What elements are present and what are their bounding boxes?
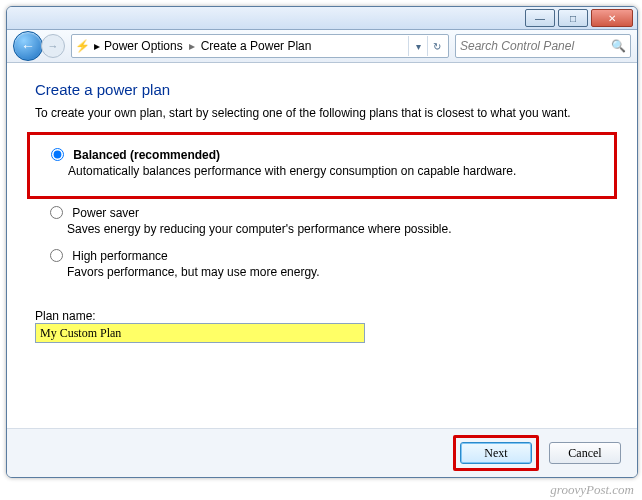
address-bar[interactable]: ⚡ ▸ Power Options ▸ Create a Power Plan … bbox=[71, 34, 449, 58]
cancel-button[interactable]: Cancel bbox=[549, 442, 621, 464]
option-highperf-desc: Favors performance, but may use more ene… bbox=[67, 265, 609, 279]
breadcrumb-sep: ▸ bbox=[94, 39, 100, 53]
nav-forward-button[interactable]: → bbox=[41, 34, 65, 58]
power-icon: ⚡ bbox=[74, 38, 90, 54]
option-powersaver-title: Power saver bbox=[72, 206, 139, 220]
option-powersaver[interactable]: Power saver Saves energy by reducing you… bbox=[45, 203, 609, 236]
titlebar: — □ ✕ bbox=[7, 7, 637, 30]
minimize-button[interactable]: — bbox=[525, 9, 555, 27]
search-icon: 🔍 bbox=[611, 39, 626, 53]
option-balanced-desc: Automatically balances performance with … bbox=[68, 164, 608, 178]
refresh-button[interactable]: ↻ bbox=[427, 36, 446, 56]
page-title: Create a power plan bbox=[35, 81, 609, 98]
option-powersaver-desc: Saves energy by reducing your computer's… bbox=[67, 222, 609, 236]
option-highperf[interactable]: High performance Favors performance, but… bbox=[45, 246, 609, 279]
radio-balanced[interactable] bbox=[51, 148, 64, 161]
highlight-next: Next bbox=[453, 435, 539, 471]
option-highperf-title: High performance bbox=[72, 249, 167, 263]
option-balanced[interactable]: Balanced (recommended) Automatically bal… bbox=[46, 145, 608, 178]
maximize-button[interactable]: □ bbox=[558, 9, 588, 27]
plan-name-input[interactable] bbox=[35, 323, 365, 343]
window: — □ ✕ ← → ⚡ ▸ Power Options ▸ Create a P… bbox=[6, 6, 638, 478]
close-button[interactable]: ✕ bbox=[591, 9, 633, 27]
breadcrumb-create-plan[interactable]: Create a Power Plan bbox=[201, 39, 312, 53]
option-balanced-title: Balanced (recommended) bbox=[73, 148, 220, 162]
breadcrumb-power-options[interactable]: Power Options bbox=[104, 39, 183, 53]
button-bar: Next Cancel bbox=[7, 428, 637, 477]
radio-highperf[interactable] bbox=[50, 249, 63, 262]
plan-name-label: Plan name: bbox=[35, 309, 609, 323]
search-input[interactable]: Search Control Panel 🔍 bbox=[455, 34, 631, 58]
content-area: Create a power plan To create your own p… bbox=[7, 63, 637, 343]
watermark: groovyPost.com bbox=[550, 482, 634, 498]
address-dropdown-button[interactable]: ▾ bbox=[408, 36, 427, 56]
radio-powersaver[interactable] bbox=[50, 206, 63, 219]
page-intro: To create your own plan, start by select… bbox=[35, 106, 609, 120]
toolbar: ← → ⚡ ▸ Power Options ▸ Create a Power P… bbox=[7, 30, 637, 63]
nav-back-button[interactable]: ← bbox=[13, 31, 43, 61]
breadcrumb: Power Options ▸ Create a Power Plan bbox=[104, 39, 404, 53]
breadcrumb-sep: ▸ bbox=[189, 39, 195, 53]
next-button[interactable]: Next bbox=[460, 442, 532, 464]
search-placeholder: Search Control Panel bbox=[460, 39, 574, 53]
highlight-balanced: Balanced (recommended) Automatically bal… bbox=[27, 132, 617, 199]
